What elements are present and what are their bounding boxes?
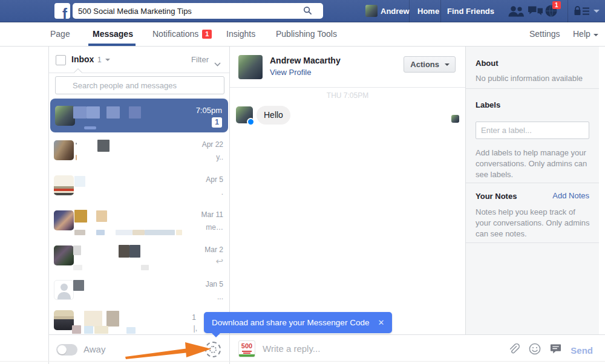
inbox-unread-count: 1 [97,56,102,64]
messenger-icon[interactable] [528,5,543,19]
friend-requests-icon[interactable] [508,5,524,19]
emoji-icon[interactable] [529,343,541,357]
select-all-checkbox[interactable] [56,55,66,65]
conversation-snippet: me… [206,223,223,232]
conversation-row[interactable]: Apr 5 . [49,168,229,204]
avatar [55,106,75,126]
notes-help-text: Notes help you keep track of your conver… [476,207,590,240]
add-notes-link[interactable]: Add Notes [552,191,589,200]
conversation-date: Apr 22 [202,140,223,149]
seen-receipt-avatar [451,115,459,123]
conversation-date: Apr 5 [206,175,223,184]
tab-notifications[interactable]: Notifications1 [152,22,212,46]
page-bottom-edge [0,361,605,362]
away-toggle-bar: Away [49,334,229,364]
labels-help-text: Add labels to help manage your conversat… [476,148,590,181]
avatar [54,310,74,330]
search-submit-button[interactable] [301,5,313,18]
account-menu-caret-icon[interactable] [594,10,600,13]
conversation-panel: Andrew Macarthy View Profile Actions THU… [230,47,466,334]
conversation-snippet: |, [194,324,197,333]
inbox-panel: Inbox 1 Filter 7:05pm 1 [48,47,230,364]
user-avatar[interactable] [365,5,378,17]
filter-chevron-icon[interactable] [214,58,221,69]
messenger-code-tooltip: Download and share your Messenger Code ✕ [204,312,392,333]
conversation-row[interactable]: Mar 2 ↩ [49,238,229,273]
divider [440,0,441,22]
avatar-default [54,280,74,300]
conversation-row[interactable]: Mar 11 me… [49,203,229,239]
avatar [54,210,74,230]
facebook-logo[interactable] [54,3,70,19]
tab-messages[interactable]: Messages [93,22,133,46]
tab-insights[interactable]: Insights [226,22,255,46]
conversation-date: Jan 5 [206,280,223,288]
notifications-badge: 1 [202,30,212,39]
divider [409,0,410,22]
details-sidebar: About No public information available La… [466,47,599,334]
thread-avatar[interactable] [238,55,263,79]
conversation-snippet: . [221,188,223,197]
labels-title: Labels [476,100,500,109]
away-label: Away [83,344,105,354]
tab-page[interactable]: Page [50,22,70,46]
conversation-snippet: ... [217,293,223,301]
tab-publishing-tools[interactable]: Publishing Tools [276,22,337,46]
help-caret-icon [594,34,598,36]
avatar [54,175,74,195]
unread-count-badge: 1 [212,117,222,128]
saved-replies-icon[interactable] [550,343,561,357]
toggle-knob [57,345,67,354]
conversation-row-selected[interactable]: 7:05pm 1 [50,99,228,132]
conversation-header: Andrew Macarthy View Profile Actions [230,47,465,88]
divider [567,0,568,22]
notes-title: Your Notes [476,192,517,201]
filter-label[interactable]: Filter [191,55,209,64]
inbox-caret-icon[interactable] [105,59,110,61]
conversation-row[interactable]: Apr 22 y.. [49,133,229,169]
about-text: No public information available [476,73,590,84]
search-icon [303,8,312,17]
message-bubble: Hello [257,106,290,125]
profile-link[interactable]: Andrew [381,0,410,22]
inbox-title: Inbox [71,54,94,64]
reply-bar: 500 Write a reply... Send [230,334,605,364]
thread-name: Andrew Macarthy [270,56,341,65]
actions-button[interactable]: Actions [404,56,456,73]
conversation-snippet: y.. [216,153,223,161]
conversation-row[interactable]: 1 |, [49,307,229,334]
label-input[interactable] [476,122,589,139]
actions-caret-icon [445,63,450,66]
messenger-code-icon[interactable] [205,342,221,357]
inbox-tab-notch [74,68,82,77]
tooltip-close-icon[interactable]: ✕ [378,318,384,327]
avatar [54,245,74,265]
find-friends-link[interactable]: Find Friends [447,0,494,22]
messenger-source-badge [247,118,255,126]
tab-help[interactable]: Help [573,22,598,46]
away-toggle[interactable] [56,344,77,356]
replied-arrow-icon: ↩ [215,256,223,267]
attach-file-icon[interactable] [508,343,520,357]
page-logo-avatar: 500 [238,340,255,357]
divider [466,183,599,183]
view-profile-link[interactable]: View Profile [270,68,311,77]
send-button[interactable]: Send [571,345,593,356]
page-tabs-bar: Page Messages Notifications1 Insights Pu… [0,22,605,47]
conversation-search-input[interactable] [55,76,224,94]
conversation-date: Mar 11 [201,210,223,219]
conversation-time: 7:05pm [196,106,222,115]
top-navigation-bar: Andrew Home Find Friends 1 [0,0,605,22]
global-search-input[interactable] [73,3,323,19]
tab-settings[interactable]: Settings [529,22,560,46]
privacy-shortcuts-icon[interactable] [574,6,589,19]
reply-input[interactable]: Write a reply... [263,343,320,354]
message-date-header: THU 7:05PM [230,91,465,100]
home-link[interactable]: Home [417,0,439,22]
notification-count-badge[interactable]: 1 [552,1,561,9]
conversation-date: 1 [192,313,196,322]
divider [466,242,599,243]
conversation-row[interactable]: Jan 5 ... [49,273,229,308]
conversation-list: 7:05pm 1 Apr 22 y.. Apr 5 . [49,98,229,334]
active-tab-underline [88,44,136,46]
